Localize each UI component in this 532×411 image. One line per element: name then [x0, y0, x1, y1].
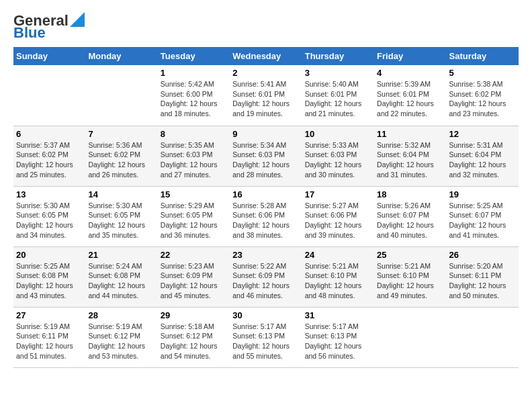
day-number: 5 [449, 68, 516, 78]
day-info: Sunrise: 5:26 AM Sunset: 6:07 PM Dayligh… [377, 201, 443, 240]
day-cell: 16Sunrise: 5:28 AM Sunset: 6:06 PM Dayli… [230, 186, 302, 246]
day-cell: 30Sunrise: 5:17 AM Sunset: 6:13 PM Dayli… [230, 307, 302, 367]
day-cell: 27Sunrise: 5:19 AM Sunset: 6:11 PM Dayli… [13, 307, 85, 367]
logo: General Blue [13, 13, 85, 40]
day-cell [374, 307, 446, 367]
day-info: Sunrise: 5:17 AM Sunset: 6:13 PM Dayligh… [305, 322, 371, 361]
day-number: 24 [305, 250, 371, 260]
day-number: 30 [232, 310, 299, 320]
day-info: Sunrise: 5:21 AM Sunset: 6:10 PM Dayligh… [305, 261, 371, 301]
day-info: Sunrise: 5:33 AM Sunset: 6:03 PM Dayligh… [305, 140, 371, 180]
logo-arrow-icon [70, 12, 85, 27]
day-number: 7 [88, 129, 154, 139]
day-info: Sunrise: 5:36 AM Sunset: 6:02 PM Dayligh… [88, 140, 154, 180]
day-cell: 8Sunrise: 5:35 AM Sunset: 6:03 PM Daylig… [158, 126, 230, 186]
day-number: 23 [232, 250, 299, 260]
logo-container: General Blue [13, 13, 85, 40]
day-info: Sunrise: 5:37 AM Sunset: 6:02 PM Dayligh… [16, 140, 83, 180]
day-cell: 25Sunrise: 5:21 AM Sunset: 6:10 PM Dayli… [374, 246, 446, 307]
col-header-sunday: Sunday [13, 47, 85, 65]
day-number: 14 [88, 189, 154, 199]
day-cell [447, 307, 519, 367]
day-cell: 13Sunrise: 5:30 AM Sunset: 6:05 PM Dayli… [13, 186, 85, 246]
week-row-4: 20Sunrise: 5:25 AM Sunset: 6:08 PM Dayli… [13, 246, 519, 307]
day-cell: 2Sunrise: 5:41 AM Sunset: 6:01 PM Daylig… [230, 65, 302, 126]
day-cell: 7Sunrise: 5:36 AM Sunset: 6:02 PM Daylig… [85, 126, 157, 186]
day-info: Sunrise: 5:27 AM Sunset: 6:06 PM Dayligh… [305, 201, 371, 240]
day-number: 16 [232, 189, 299, 199]
day-cell: 9Sunrise: 5:34 AM Sunset: 6:03 PM Daylig… [230, 126, 302, 186]
day-number: 26 [449, 250, 516, 260]
day-cell [85, 65, 157, 126]
day-number: 22 [161, 250, 227, 260]
day-number: 12 [449, 129, 516, 139]
day-info: Sunrise: 5:29 AM Sunset: 6:05 PM Dayligh… [161, 201, 227, 240]
day-number: 11 [377, 129, 443, 139]
day-info: Sunrise: 5:40 AM Sunset: 6:01 PM Dayligh… [305, 79, 371, 119]
day-cell: 15Sunrise: 5:29 AM Sunset: 6:05 PM Dayli… [158, 186, 230, 246]
day-number: 28 [88, 310, 154, 320]
day-info: Sunrise: 5:30 AM Sunset: 6:05 PM Dayligh… [88, 201, 154, 240]
day-info: Sunrise: 5:23 AM Sunset: 6:09 PM Dayligh… [161, 261, 227, 301]
col-header-monday: Monday [85, 47, 157, 65]
day-info: Sunrise: 5:30 AM Sunset: 6:05 PM Dayligh… [16, 201, 83, 240]
day-info: Sunrise: 5:20 AM Sunset: 6:11 PM Dayligh… [449, 261, 516, 301]
day-number: 2 [232, 68, 299, 78]
day-cell: 4Sunrise: 5:39 AM Sunset: 6:01 PM Daylig… [374, 65, 446, 126]
week-row-2: 6Sunrise: 5:37 AM Sunset: 6:02 PM Daylig… [13, 126, 519, 186]
day-info: Sunrise: 5:28 AM Sunset: 6:06 PM Dayligh… [232, 201, 299, 240]
day-cell: 26Sunrise: 5:20 AM Sunset: 6:11 PM Dayli… [447, 246, 519, 307]
day-info: Sunrise: 5:17 AM Sunset: 6:13 PM Dayligh… [232, 322, 299, 361]
day-cell: 3Sunrise: 5:40 AM Sunset: 6:01 PM Daylig… [302, 65, 374, 126]
col-header-wednesday: Wednesday [230, 47, 302, 65]
day-cell: 14Sunrise: 5:30 AM Sunset: 6:05 PM Dayli… [85, 186, 157, 246]
day-cell: 1Sunrise: 5:42 AM Sunset: 6:00 PM Daylig… [158, 65, 230, 126]
day-number: 4 [377, 68, 443, 78]
day-info: Sunrise: 5:19 AM Sunset: 6:11 PM Dayligh… [16, 322, 83, 361]
day-cell: 18Sunrise: 5:26 AM Sunset: 6:07 PM Dayli… [374, 186, 446, 246]
day-number: 8 [161, 129, 227, 139]
day-cell: 5Sunrise: 5:38 AM Sunset: 6:02 PM Daylig… [447, 65, 519, 126]
week-row-3: 13Sunrise: 5:30 AM Sunset: 6:05 PM Dayli… [13, 186, 519, 246]
day-number: 19 [449, 189, 516, 199]
day-number: 17 [305, 189, 371, 199]
day-info: Sunrise: 5:21 AM Sunset: 6:10 PM Dayligh… [377, 261, 443, 301]
page-header: General Blue [13, 13, 519, 40]
day-info: Sunrise: 5:39 AM Sunset: 6:01 PM Dayligh… [377, 79, 443, 119]
day-info: Sunrise: 5:34 AM Sunset: 6:03 PM Dayligh… [232, 140, 299, 180]
day-cell: 29Sunrise: 5:18 AM Sunset: 6:12 PM Dayli… [158, 307, 230, 367]
day-info: Sunrise: 5:22 AM Sunset: 6:09 PM Dayligh… [232, 261, 299, 301]
day-cell: 23Sunrise: 5:22 AM Sunset: 6:09 PM Dayli… [230, 246, 302, 307]
day-number: 31 [305, 310, 371, 320]
col-header-saturday: Saturday [447, 47, 519, 65]
day-info: Sunrise: 5:18 AM Sunset: 6:12 PM Dayligh… [161, 322, 227, 361]
day-number: 9 [232, 129, 299, 139]
day-info: Sunrise: 5:41 AM Sunset: 6:01 PM Dayligh… [232, 79, 299, 119]
col-header-tuesday: Tuesday [158, 47, 230, 65]
week-row-1: 1Sunrise: 5:42 AM Sunset: 6:00 PM Daylig… [13, 65, 519, 126]
svg-marker-0 [70, 12, 85, 27]
day-number: 10 [305, 129, 371, 139]
day-cell: 28Sunrise: 5:19 AM Sunset: 6:12 PM Dayli… [85, 307, 157, 367]
calendar-table: SundayMondayTuesdayWednesdayThursdayFrid… [13, 47, 519, 368]
day-cell: 19Sunrise: 5:25 AM Sunset: 6:07 PM Dayli… [447, 186, 519, 246]
day-info: Sunrise: 5:31 AM Sunset: 6:04 PM Dayligh… [449, 140, 516, 180]
day-number: 27 [16, 310, 83, 320]
day-info: Sunrise: 5:19 AM Sunset: 6:12 PM Dayligh… [88, 322, 154, 361]
day-number: 6 [16, 129, 83, 139]
day-number: 3 [305, 68, 371, 78]
day-cell: 22Sunrise: 5:23 AM Sunset: 6:09 PM Dayli… [158, 246, 230, 307]
day-number: 29 [161, 310, 227, 320]
day-cell: 20Sunrise: 5:25 AM Sunset: 6:08 PM Dayli… [13, 246, 85, 307]
day-info: Sunrise: 5:25 AM Sunset: 6:07 PM Dayligh… [449, 201, 516, 240]
day-number: 18 [377, 189, 443, 199]
day-cell: 24Sunrise: 5:21 AM Sunset: 6:10 PM Dayli… [302, 246, 374, 307]
day-info: Sunrise: 5:32 AM Sunset: 6:04 PM Dayligh… [377, 140, 443, 180]
day-number: 15 [161, 189, 227, 199]
day-cell [13, 65, 85, 126]
day-cell: 31Sunrise: 5:17 AM Sunset: 6:13 PM Dayli… [302, 307, 374, 367]
col-header-friday: Friday [374, 47, 446, 65]
day-info: Sunrise: 5:24 AM Sunset: 6:08 PM Dayligh… [88, 261, 154, 301]
day-number: 20 [16, 250, 83, 260]
day-cell: 12Sunrise: 5:31 AM Sunset: 6:04 PM Dayli… [447, 126, 519, 186]
